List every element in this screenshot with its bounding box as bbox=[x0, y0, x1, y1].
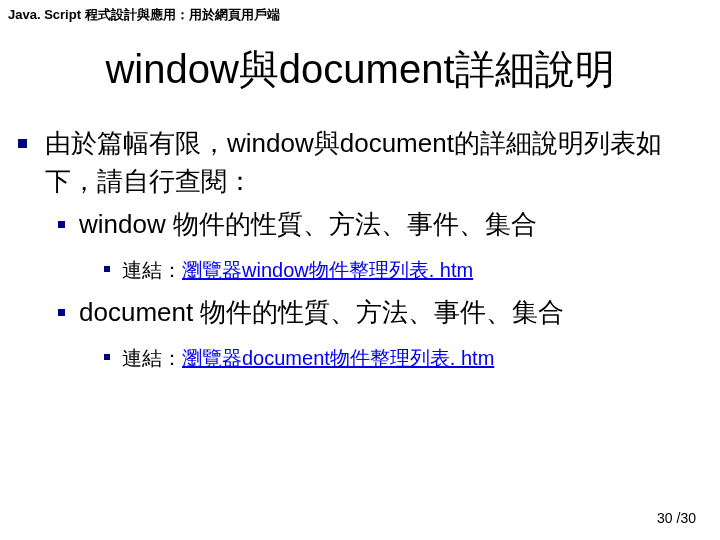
slide-body: 由於篇幅有限，window與document的詳細說明列表如下，請自行查閱： w… bbox=[0, 125, 720, 374]
link-prefix: 連結： bbox=[122, 259, 182, 281]
bullet-level2-document: document 物件的性質、方法、事件、集合 bbox=[58, 294, 702, 332]
square-bullet-icon bbox=[58, 221, 65, 228]
square-bullet-icon bbox=[18, 139, 27, 148]
page-current: 30 bbox=[657, 510, 673, 526]
slide-title: window與document詳細說明 bbox=[0, 42, 720, 97]
square-bullet-icon bbox=[104, 266, 110, 272]
square-bullet-icon bbox=[104, 354, 110, 360]
slide-header: Java. Script 程式設計與應用：用於網頁用戶端 bbox=[0, 0, 720, 34]
document-object-link[interactable]: 瀏覽器document物件整理列表. htm bbox=[182, 347, 494, 369]
bullet-text: 連結：瀏覽器window物件整理列表. htm bbox=[122, 254, 702, 286]
bullet-level3-window-link: 連結：瀏覽器window物件整理列表. htm bbox=[104, 254, 702, 286]
page-number: 30 /30 bbox=[657, 510, 696, 526]
window-object-link[interactable]: 瀏覽器window物件整理列表. htm bbox=[182, 259, 473, 281]
bullet-level2-window: window 物件的性質、方法、事件、集合 bbox=[58, 206, 702, 244]
square-bullet-icon bbox=[58, 309, 65, 316]
bullet-level1: 由於篇幅有限，window與document的詳細說明列表如下，請自行查閱： bbox=[18, 125, 702, 200]
bullet-text: document 物件的性質、方法、事件、集合 bbox=[79, 294, 702, 332]
link-prefix: 連結： bbox=[122, 347, 182, 369]
bullet-text: 連結：瀏覽器document物件整理列表. htm bbox=[122, 342, 702, 374]
bullet-level3-document-link: 連結：瀏覽器document物件整理列表. htm bbox=[104, 342, 702, 374]
bullet-text: window 物件的性質、方法、事件、集合 bbox=[79, 206, 702, 244]
bullet-text: 由於篇幅有限，window與document的詳細說明列表如下，請自行查閱： bbox=[45, 125, 702, 200]
page-total: 30 bbox=[680, 510, 696, 526]
